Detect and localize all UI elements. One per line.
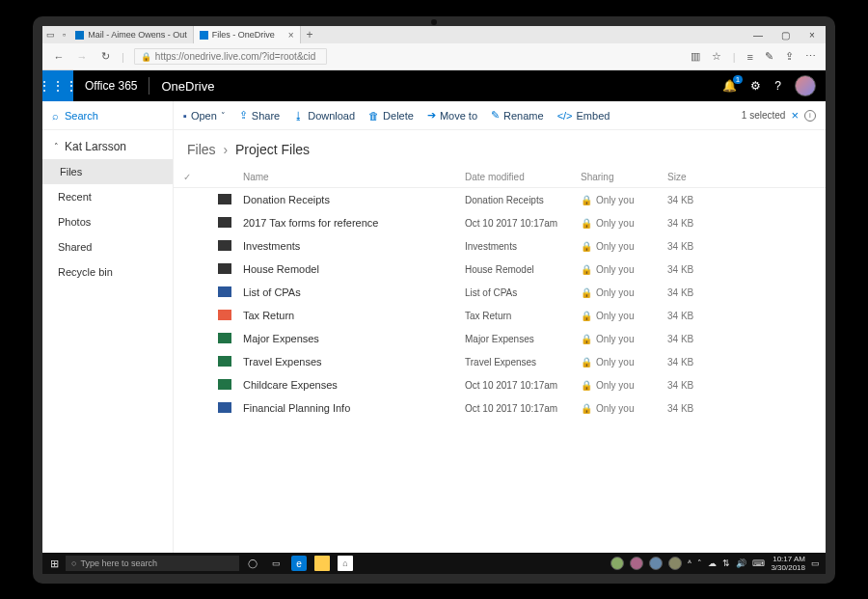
restore-icon[interactable]: ▭ — [46, 30, 55, 40]
download-button[interactable]: ⭳Download — [293, 110, 355, 122]
maximize-button[interactable]: ▢ — [772, 30, 799, 41]
file-modified: List of CPAs — [465, 287, 581, 298]
select-all-checkbox[interactable]: ✓ — [183, 172, 218, 182]
owner-name: Kat Larsson — [65, 140, 126, 153]
suite-brand[interactable]: Office 365 — [73, 79, 149, 93]
file-modified: Oct 10 2017 10:17am — [465, 403, 581, 414]
tray-avatar[interactable] — [668, 557, 682, 570]
share-button[interactable]: ⇪Share — [239, 109, 280, 122]
col-name[interactable]: Name — [243, 172, 465, 182]
move-button[interactable]: ➔Move to — [427, 109, 477, 122]
nav-recycle[interactable]: Recycle bin — [42, 259, 173, 285]
notes-icon[interactable]: ✎ — [765, 50, 773, 63]
nav-recent[interactable]: Recent — [42, 184, 173, 209]
col-modified[interactable]: Date modified — [465, 172, 581, 182]
nav-files[interactable]: Files — [42, 159, 173, 184]
url-field[interactable]: 🔒 https://onedrive.live.com/?id=root&cid — [134, 48, 327, 65]
tray-avatar[interactable] — [649, 557, 663, 570]
info-button[interactable]: i — [804, 110, 816, 122]
app-name[interactable]: OneDrive — [149, 79, 226, 94]
table-row[interactable]: Tax ReturnTax Return🔒Only you34 KB — [174, 304, 826, 327]
forward-button[interactable]: → — [75, 51, 89, 63]
cortana-icon[interactable]: ◯ — [245, 556, 260, 571]
file-sharing: 🔒Only you — [581, 380, 667, 391]
close-tab-icon[interactable]: × — [288, 30, 294, 41]
browser-tab-mail[interactable]: Mail - Aimee Owens - Out — [69, 26, 194, 43]
search-box[interactable]: ⌕ Search — [42, 101, 173, 130]
refresh-button[interactable]: ↻ — [98, 50, 112, 63]
more-icon[interactable]: ⋯ — [805, 50, 816, 63]
hub-icon[interactable]: ≡ — [747, 51, 753, 63]
breadcrumb-root[interactable]: Files — [187, 142, 216, 157]
tray-chevron-icon[interactable]: ˄ — [697, 558, 702, 568]
file-size: 34 KB — [667, 218, 745, 229]
explorer-icon[interactable] — [314, 556, 330, 571]
command-bar: ▪Open ˅ ⇪Share ⭳Download 🗑Delete ➔Move t… — [174, 101, 826, 130]
outlook-icon — [75, 31, 84, 40]
col-size[interactable]: Size — [667, 172, 745, 182]
new-tab-button[interactable]: + — [301, 28, 319, 41]
keyboard-icon[interactable]: ⌨ — [752, 558, 765, 568]
nav-shared[interactable]: Shared — [42, 234, 173, 259]
tray-avatar[interactable] — [630, 557, 643, 570]
app-launcher-button[interactable]: ⋮⋮⋮ — [42, 70, 73, 101]
network-icon[interactable]: ⇅ — [722, 558, 730, 568]
lock-icon: 🔒 — [581, 241, 592, 252]
table-row[interactable]: Childcare ExpensesOct 10 2017 10:17am🔒On… — [174, 373, 826, 396]
table-row[interactable]: 2017 Tax forms for referenceOct 10 2017 … — [174, 211, 826, 234]
file-name: 2017 Tax forms for reference — [243, 217, 465, 229]
table-row[interactable]: InvestmentsInvestments🔒Only you34 KB — [174, 234, 826, 258]
start-button[interactable]: ⊞ — [42, 558, 66, 570]
file-name: House Remodel — [243, 263, 465, 275]
table-row[interactable]: Donation ReceiptsDonation Receipts🔒Only … — [174, 188, 826, 211]
table-row[interactable]: List of CPAsList of CPAs🔒Only you34 KB — [174, 281, 826, 304]
rename-button[interactable]: ✎Rename — [491, 109, 544, 122]
people-icon[interactable]: ᴬ — [688, 558, 692, 568]
lock-icon: 🔒 — [581, 264, 592, 275]
back-button[interactable]: ← — [52, 51, 66, 63]
file-modified: Major Expenses — [465, 334, 581, 344]
table-row[interactable]: Travel ExpensesTravel Expenses🔒Only you3… — [174, 350, 826, 373]
share-icon[interactable]: ⇪ — [785, 50, 794, 63]
suite-bar: ⋮⋮⋮ Office 365 OneDrive 🔔1 ⚙ ? — [42, 70, 826, 101]
onedrive-tray-icon[interactable]: ☁ — [708, 558, 717, 568]
col-sharing[interactable]: Sharing — [581, 172, 667, 182]
file-modified: Donation Receipts — [465, 195, 581, 205]
reading-view-icon[interactable]: ▥ — [691, 50, 700, 63]
lock-icon: 🔒 — [581, 403, 592, 414]
browser-tab-onedrive[interactable]: Files - OneDrive × — [194, 26, 301, 43]
profile-avatar[interactable] — [795, 75, 816, 96]
help-icon[interactable]: ? — [774, 79, 781, 93]
tray-avatar[interactable] — [610, 557, 624, 570]
clear-selection-button[interactable]: × — [791, 108, 799, 123]
volume-icon[interactable]: 🔊 — [736, 558, 746, 568]
taskbar-search[interactable]: ○ Type here to search — [66, 556, 239, 571]
browser-titlebar: ▭ ▫ Mail - Aimee Owens - Out Files - One… — [42, 26, 826, 43]
settings-icon[interactable]: ⚙ — [750, 79, 761, 93]
file-size: 34 KB — [667, 241, 745, 252]
open-button[interactable]: ▪Open ˅ — [183, 110, 226, 122]
nav-photos[interactable]: Photos — [42, 209, 173, 234]
table-row[interactable]: Financial Planning InfoOct 10 2017 10:17… — [174, 396, 826, 420]
clock[interactable]: 10:17 AM 3/30/2018 — [771, 555, 805, 572]
task-view-icon[interactable]: ▭ — [268, 556, 284, 571]
action-center-icon[interactable]: ▭ — [811, 558, 820, 568]
new-window-icon[interactable]: ▫ — [63, 30, 66, 40]
owner-toggle[interactable]: ˄ Kat Larsson — [42, 130, 173, 159]
minimize-button[interactable]: — — [745, 30, 772, 41]
notifications-button[interactable]: 🔔1 — [722, 79, 737, 93]
delete-button[interactable]: 🗑Delete — [368, 110, 414, 122]
table-row[interactable]: House RemodelHouse Remodel🔒Only you34 KB — [174, 258, 826, 281]
lock-icon: 🔒 — [581, 287, 592, 298]
favorite-icon[interactable]: ☆ — [712, 50, 721, 63]
excel-file-icon — [218, 356, 231, 367]
excel-file-icon — [218, 333, 231, 343]
embed-button[interactable]: </>Embed — [557, 110, 610, 122]
file-size: 34 KB — [667, 380, 745, 391]
close-window-button[interactable]: × — [799, 30, 826, 41]
store-icon[interactable]: ⌂ — [338, 556, 353, 571]
file-modified: House Remodel — [465, 264, 581, 275]
file-sharing: 🔒Only you — [581, 403, 667, 414]
table-row[interactable]: Major ExpensesMajor Expenses🔒Only you34 … — [174, 327, 826, 350]
edge-icon[interactable]: e — [291, 556, 307, 571]
